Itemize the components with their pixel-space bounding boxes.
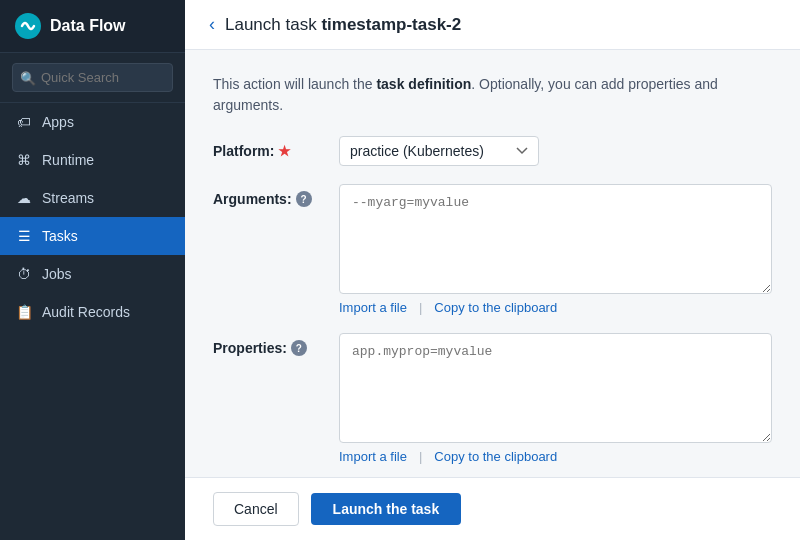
properties-import-link[interactable]: Import a file	[339, 449, 407, 464]
streams-icon: ☁	[16, 190, 32, 206]
app-logo	[14, 12, 42, 40]
main-content: ‹ Launch task timestamp-task-2 This acti…	[185, 0, 800, 540]
sidebar-item-tasks-label: Tasks	[42, 228, 78, 244]
sidebar-item-runtime[interactable]: ⌘ Runtime	[0, 141, 185, 179]
properties-textarea[interactable]	[339, 333, 772, 443]
launch-button[interactable]: Launch the task	[311, 493, 462, 525]
sidebar-search-container: 🔍	[0, 53, 185, 103]
sidebar-item-jobs-label: Jobs	[42, 266, 72, 282]
page-title: Launch task timestamp-task-2	[225, 15, 461, 35]
arguments-row: Arguments: ? Import a file | Copy to the…	[213, 184, 772, 315]
cancel-button[interactable]: Cancel	[213, 492, 299, 526]
launch-form: Platform: ★ practice (Kubernetes)default…	[213, 136, 772, 464]
sidebar-item-apps-label: Apps	[42, 114, 74, 130]
back-button[interactable]: ‹	[209, 14, 215, 35]
task-name: timestamp-task-2	[321, 15, 461, 34]
sidebar-nav: 🏷 Apps ⌘ Runtime ☁ Streams ☰ Tasks ⏱ Job…	[0, 103, 185, 331]
sidebar-item-jobs[interactable]: ⏱ Jobs	[0, 255, 185, 293]
platform-select[interactable]: practice (Kubernetes)default (Local)	[339, 136, 539, 166]
arguments-input-wrap: Import a file | Copy to the clipboard	[339, 184, 772, 315]
form-footer: Cancel Launch the task	[185, 477, 800, 540]
search-icon: 🔍	[20, 70, 36, 85]
description-highlight: task definition	[376, 76, 471, 92]
audit-records-icon: 📋	[16, 304, 32, 320]
properties-clipboard-link[interactable]: Copy to the clipboard	[434, 449, 557, 464]
page-title-prefix: Launch task	[225, 15, 321, 34]
sidebar-item-runtime-label: Runtime	[42, 152, 94, 168]
sidebar-header: Data Flow	[0, 0, 185, 53]
search-input[interactable]	[12, 63, 173, 92]
required-indicator: ★	[278, 143, 291, 159]
properties-row: Properties: ? Import a file | Copy to th…	[213, 333, 772, 464]
arguments-help-icon[interactable]: ?	[296, 191, 312, 207]
arguments-label: Arguments: ?	[213, 184, 323, 207]
main-body: This action will launch the task definit…	[185, 50, 800, 477]
tasks-icon: ☰	[16, 228, 32, 244]
arguments-clipboard-link[interactable]: Copy to the clipboard	[434, 300, 557, 315]
runtime-icon: ⌘	[16, 152, 32, 168]
platform-row: Platform: ★ practice (Kubernetes)default…	[213, 136, 772, 166]
arguments-actions: Import a file | Copy to the clipboard	[339, 300, 772, 315]
sidebar-item-apps[interactable]: 🏷 Apps	[0, 103, 185, 141]
properties-label: Properties: ?	[213, 333, 323, 356]
apps-icon: 🏷	[16, 114, 32, 130]
arguments-import-link[interactable]: Import a file	[339, 300, 407, 315]
sidebar: Data Flow 🔍 🏷 Apps ⌘ Runtime ☁ Streams ☰…	[0, 0, 185, 540]
sidebar-item-streams-label: Streams	[42, 190, 94, 206]
sidebar-item-audit-records-label: Audit Records	[42, 304, 130, 320]
properties-help-icon[interactable]: ?	[291, 340, 307, 356]
sidebar-item-tasks[interactable]: ☰ Tasks	[0, 217, 185, 255]
properties-actions: Import a file | Copy to the clipboard	[339, 449, 772, 464]
action-description: This action will launch the task definit…	[213, 74, 772, 116]
sidebar-item-streams[interactable]: ☁ Streams	[0, 179, 185, 217]
arguments-textarea[interactable]	[339, 184, 772, 294]
app-title: Data Flow	[50, 17, 126, 35]
properties-input-wrap: Import a file | Copy to the clipboard	[339, 333, 772, 464]
sidebar-item-audit-records[interactable]: 📋 Audit Records	[0, 293, 185, 331]
platform-label: Platform: ★	[213, 136, 323, 159]
jobs-icon: ⏱	[16, 266, 32, 282]
page-header: ‹ Launch task timestamp-task-2	[185, 0, 800, 50]
description-prefix: This action will launch the	[213, 76, 376, 92]
